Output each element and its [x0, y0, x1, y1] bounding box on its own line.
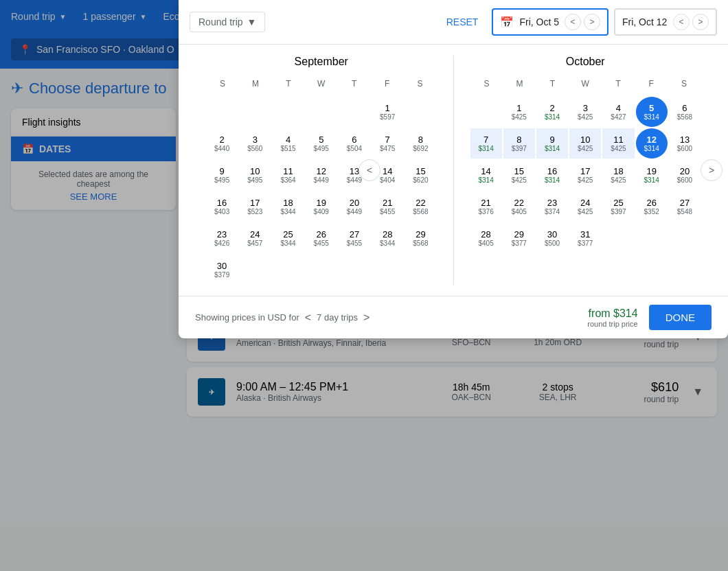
day-number: 8 [418, 135, 423, 145]
day-number: 21 [481, 198, 490, 208]
day-cell[interactable]: 23$426 [206, 223, 238, 253]
day-cell[interactable]: 7$475 [372, 128, 403, 159]
from-price-amount: from $314 [587, 307, 637, 320]
day-cell[interactable]: 11$364 [272, 160, 304, 190]
day-cell[interactable]: 16$403 [206, 191, 238, 222]
day-cell[interactable]: 4$427 [602, 97, 634, 127]
calendar-next-month-btn[interactable]: > [701, 159, 723, 181]
day-price: $405 [478, 240, 493, 247]
day-cell[interactable]: 8$692 [405, 128, 436, 159]
day-cell[interactable]: 18$344 [272, 191, 304, 222]
day-price: $427 [611, 113, 626, 121]
day-price: $560 [247, 145, 262, 152]
day-price: $314 [545, 176, 560, 184]
day-cell[interactable]: 24$425 [569, 191, 601, 222]
oct-day-header-w1: W [569, 76, 602, 91]
day-cell[interactable]: 20$600 [669, 160, 701, 190]
day-trips-next-btn[interactable]: > [363, 312, 369, 324]
day-cell[interactable]: 6$504 [339, 128, 370, 159]
day-cell[interactable]: 29$377 [503, 223, 535, 253]
day-cell[interactable]: 12$449 [306, 160, 337, 190]
day-cell[interactable]: 26$352 [636, 191, 668, 222]
day-cell[interactable]: 22$568 [405, 191, 436, 222]
day-price: $314 [478, 176, 493, 184]
day-cell [339, 255, 370, 285]
day-cell[interactable]: 10$425 [569, 128, 601, 159]
return-next-btn[interactable]: > [692, 14, 709, 30]
day-price: $314 [478, 145, 493, 152]
oct-day-header-s2: S [668, 76, 701, 91]
day-cell[interactable]: 16$314 [536, 160, 568, 190]
day-cell[interactable]: 19$409 [306, 191, 337, 222]
day-cell[interactable]: 18$425 [602, 160, 634, 190]
day-cell[interactable]: 1$425 [503, 97, 535, 127]
day-cell[interactable]: 15$425 [503, 160, 535, 190]
day-cell[interactable]: 8$397 [503, 128, 535, 159]
day-cell[interactable]: 5$314 [636, 97, 668, 127]
done-button[interactable]: DONE [649, 305, 712, 330]
day-number: 23 [547, 198, 557, 208]
day-cell[interactable]: 1$597 [372, 97, 403, 127]
departure-prev-btn[interactable]: < [565, 14, 581, 30]
day-cell[interactable]: 28$344 [372, 223, 403, 253]
calendar-prev-month-btn[interactable]: < [359, 159, 380, 181]
reset-button[interactable]: RESET [446, 16, 479, 27]
day-number: 13 [680, 135, 690, 145]
day-cell[interactable]: 4$515 [272, 128, 304, 159]
day-trips-prev-btn[interactable]: < [305, 312, 311, 324]
day-cell[interactable]: 17$425 [569, 160, 601, 190]
day-cell [206, 97, 238, 127]
day-cell[interactable]: 21$455 [372, 191, 403, 222]
day-cell[interactable]: 30$500 [536, 223, 568, 253]
day-cell[interactable]: 9$314 [536, 128, 568, 159]
day-cell[interactable]: 12$314 [636, 128, 668, 159]
day-cell[interactable]: 29$568 [405, 223, 436, 253]
day-cell[interactable]: 24$457 [239, 223, 271, 253]
day-cell[interactable]: 30$379 [206, 255, 238, 285]
day-price: $425 [578, 145, 593, 152]
day-number: 2 [549, 103, 554, 113]
day-cell[interactable]: 3$425 [569, 97, 601, 127]
day-price: $455 [380, 208, 395, 215]
calendar-round-trip-btn[interactable]: Round trip ▼ [190, 12, 265, 32]
departure-next-btn[interactable]: > [584, 14, 600, 30]
day-cell [405, 255, 436, 285]
day-cell[interactable]: 25$344 [272, 223, 304, 253]
day-cell[interactable]: 17$523 [239, 191, 271, 222]
day-number: 18 [283, 198, 293, 208]
return-date-input[interactable]: Fri, Oct 12 < > [614, 8, 717, 36]
departure-date-input[interactable]: 📅 Fri, Oct 5 < > [492, 8, 608, 36]
day-cell[interactable]: 9$495 [206, 160, 238, 190]
day-cell[interactable]: 7$314 [470, 128, 502, 159]
day-number: 31 [580, 229, 590, 240]
return-prev-btn[interactable]: < [673, 14, 690, 30]
day-number: 19 [317, 198, 326, 208]
day-cell[interactable]: 26$455 [306, 223, 337, 253]
day-cell[interactable]: 22$405 [503, 191, 535, 222]
day-cell[interactable]: 6$568 [669, 97, 701, 127]
day-price: $314 [545, 113, 560, 121]
day-cell[interactable]: 21$376 [470, 191, 502, 222]
day-number: 24 [580, 198, 590, 208]
day-price: $377 [512, 240, 527, 247]
day-cell[interactable]: 31$377 [569, 223, 601, 253]
day-cell[interactable]: 11$425 [602, 128, 634, 159]
day-cell[interactable]: 13$600 [669, 128, 701, 159]
day-cell[interactable]: 23$374 [536, 191, 568, 222]
day-cell[interactable]: 10$495 [239, 160, 271, 190]
day-cell[interactable]: 3$560 [239, 128, 271, 159]
day-cell[interactable]: 2$314 [536, 97, 568, 127]
day-cell[interactable]: 20$449 [339, 191, 370, 222]
day-cell[interactable]: 27$548 [669, 191, 701, 222]
day-cell[interactable]: 19$314 [636, 160, 668, 190]
day-number: 1 [385, 103, 390, 113]
day-price: $500 [545, 240, 560, 247]
day-cell[interactable]: 27$455 [339, 223, 370, 253]
day-cell[interactable]: 2$440 [206, 128, 238, 159]
day-cell[interactable]: 28$405 [470, 223, 502, 253]
day-cell[interactable]: 15$620 [405, 160, 436, 190]
day-cell[interactable]: 25$397 [602, 191, 634, 222]
september-days-grid: 1$5972$4403$5604$5155$4956$5047$4758$692… [206, 97, 437, 285]
day-cell[interactable]: 14$314 [470, 160, 502, 190]
day-cell[interactable]: 5$495 [306, 128, 337, 159]
